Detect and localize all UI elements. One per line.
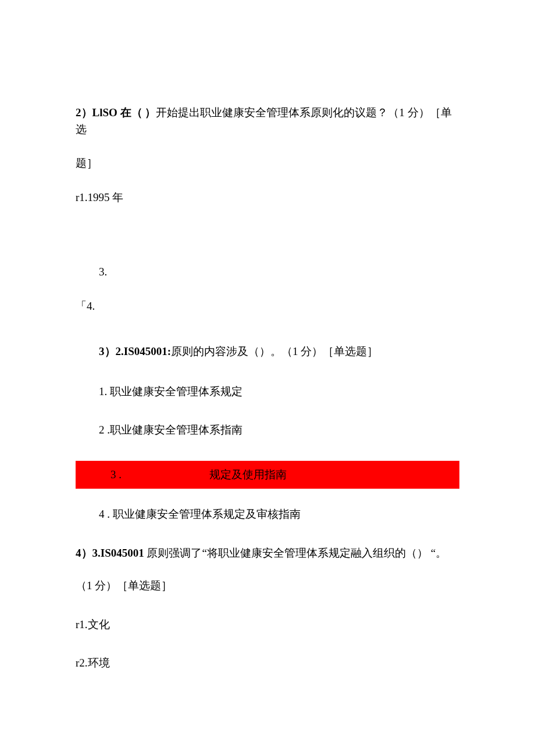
q2-stem-line1: 2）LlSO 在（ ）开始提出职业健康安全管理体系原则化的议题？（1 分）［单选 bbox=[76, 105, 459, 138]
question-2: 2）LlSO 在（ ）开始提出职业健康安全管理体系原则化的议题？（1 分）［单选… bbox=[76, 105, 459, 314]
q2-option-1: r1.1995 年 bbox=[76, 189, 459, 206]
q3-stem-prefix: 3）2.IS045001: bbox=[99, 345, 171, 357]
q3-option-2: 2 .职业健康安全管理体系指南 bbox=[99, 422, 459, 439]
q2-stem-line2: 题］ bbox=[76, 155, 459, 172]
q3-option-3-highlighted: 3 .规定及使用指南 bbox=[76, 461, 459, 489]
q3-options: 1. 职业健康安全管理体系规定 2 .职业健康安全管理体系指南 bbox=[76, 384, 459, 439]
q4-stem-rest: 原则强调了“将职业健康安全管理体系规定融入组织的（） “。 bbox=[144, 547, 447, 559]
q3-option-1: 1. 职业健康安全管理体系规定 bbox=[99, 384, 459, 400]
q3-stem: 3）2.IS045001:原则的内容涉及（）。（1 分）［单选题］ bbox=[76, 343, 459, 360]
q4-stem-line2: （1 分）［单选题］ bbox=[76, 578, 459, 594]
q3-opt3-text: 规定及使用指南 bbox=[209, 468, 287, 481]
q4-option-1: r1.文化 bbox=[76, 617, 459, 633]
question-3: 3）2.IS045001:原则的内容涉及（）。（1 分）［单选题］ 1. 职业健… bbox=[76, 343, 459, 523]
q3-stem-rest: 原则的内容涉及（）。（1 分）［单选题］ bbox=[171, 345, 378, 357]
q3-option-4: 4 . 职业健康安全管理体系规定及审核指南 bbox=[99, 506, 459, 523]
q2-option-4: 「4. bbox=[76, 298, 459, 315]
q4-stem-line1: 4）3.IS045001 原则强调了“将职业健康安全管理体系规定融入组织的（） … bbox=[76, 545, 459, 562]
q2-blank-space bbox=[76, 223, 459, 264]
q3-opt3-num: 3 . bbox=[110, 467, 209, 483]
q4-option-2: r2.环境 bbox=[76, 655, 459, 672]
q3-options-after: 4 . 职业健康安全管理体系规定及审核指南 bbox=[76, 506, 459, 523]
q4-stem-prefix: 4）3.IS045001 bbox=[76, 547, 144, 559]
question-4: 4）3.IS045001 原则强调了“将职业健康安全管理体系规定融入组织的（） … bbox=[76, 545, 459, 672]
q2-option-3: 3. bbox=[76, 264, 459, 281]
q2-stem-prefix: 2）LlSO 在（ ） bbox=[76, 106, 156, 119]
